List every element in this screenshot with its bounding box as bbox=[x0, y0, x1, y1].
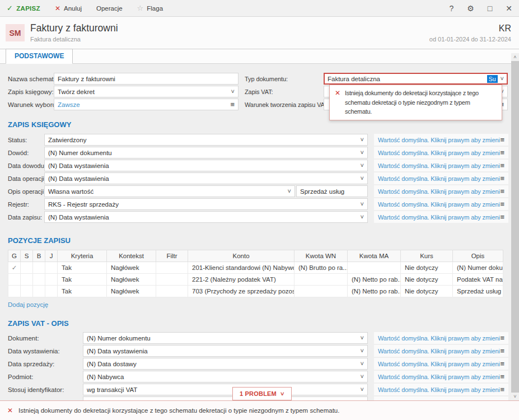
menu-icon[interactable]: ≡ bbox=[230, 101, 235, 108]
menu-icon[interactable]: ≡ bbox=[500, 188, 504, 195]
flag-button[interactable]: ☆ Flaga bbox=[137, 4, 163, 12]
status-select[interactable]: Zatwierdzony ˅ bbox=[44, 134, 368, 146]
save-button[interactable]: ✓ ZAPISZ bbox=[7, 4, 40, 12]
menu-icon[interactable]: ≡ bbox=[500, 213, 504, 221]
column-header[interactable]: Kwota WN bbox=[294, 250, 348, 262]
help-icon[interactable]: ? bbox=[449, 4, 453, 13]
close-icon[interactable]: ✕ bbox=[506, 4, 512, 13]
field-value: RKS - Rejestr sprzedaży bbox=[48, 201, 361, 208]
column-header[interactable]: G bbox=[8, 250, 21, 262]
document-date-select[interactable]: (N) Data wystawienia ˅ bbox=[44, 160, 368, 171]
default-value-hint[interactable]: Wartość domyślna. Kliknij prawym aby zmi… bbox=[374, 198, 508, 210]
default-value-hint[interactable]: Wartość domyślna. Kliknij prawym aby zmi… bbox=[374, 332, 508, 344]
default-value-hint[interactable]: Wartość domyślna. Kliknij prawym aby zmi… bbox=[374, 345, 508, 357]
column-header[interactable]: Opis bbox=[453, 250, 503, 262]
register-select[interactable]: RKS - Rejestr sprzedaży ˅ bbox=[44, 198, 368, 210]
column-header[interactable]: Konto bbox=[188, 250, 294, 262]
column-header[interactable]: Kontekst bbox=[107, 250, 156, 262]
menu-icon[interactable]: ≡ bbox=[500, 334, 504, 342]
problem-button[interactable]: 1 PROBLEM ˅ bbox=[232, 387, 292, 400]
vat-entity-select[interactable]: (N) Nabywca ˅ bbox=[83, 371, 368, 382]
section-title: POZYCJE ZAPISU bbox=[8, 236, 519, 245]
document-number-select[interactable]: (N) Numer dokumentu ˅ bbox=[44, 147, 368, 158]
menu-icon[interactable]: ≡ bbox=[500, 386, 504, 393]
ledger-mode-select[interactable]: Twórz dekret ˅ bbox=[54, 86, 239, 97]
entry-date-select[interactable]: (N) Data wystawienia ˅ bbox=[44, 211, 368, 223]
operations-menu-button[interactable]: Operacje bbox=[96, 5, 123, 12]
default-value-hint[interactable]: Wartość domyślna. Kliknij prawym aby zmi… bbox=[374, 384, 508, 395]
scrollbar-thumb[interactable] bbox=[511, 61, 519, 393]
default-value-hint[interactable]: Wartość domyślna. Kliknij prawym aby zmi… bbox=[374, 185, 508, 197]
vat-document-select[interactable]: (N) Numer dokumentu ˅ bbox=[83, 332, 368, 344]
cell bbox=[21, 262, 33, 274]
clipped-field[interactable] bbox=[83, 396, 368, 400]
field-label: Data dowodu: bbox=[8, 162, 44, 169]
vat-issue-date-select[interactable]: (N) Data wystawienia ˅ bbox=[83, 345, 368, 357]
default-value-hint[interactable]: Wartość domyślna. Kliknij prawym aby zmi… bbox=[374, 371, 508, 382]
chevron-down-icon: ˅ bbox=[361, 374, 364, 380]
menu-icon[interactable]: ≡ bbox=[500, 200, 504, 208]
default-value-hint[interactable]: Wartość domyślna. Kliknij prawym aby zmi… bbox=[374, 160, 508, 171]
cell bbox=[33, 262, 45, 274]
table-row[interactable]: Tak Nagłówek 703 (Przychody ze sprzedaży… bbox=[8, 286, 503, 297]
check-cell: ✓ bbox=[8, 262, 21, 274]
cell: (N) Brutto po ra... bbox=[294, 262, 348, 274]
default-value-hint[interactable]: Wartość domyślna. Kliknij prawym aby zmi… bbox=[374, 358, 508, 370]
chevron-down-icon: ˅ bbox=[288, 188, 291, 194]
field-label: Podmiot: bbox=[8, 374, 83, 380]
schema-name-input[interactable]: Faktury z fakturowni bbox=[54, 73, 239, 85]
menu-icon[interactable]: ≡ bbox=[500, 175, 504, 182]
default-value-hint[interactable]: Wartość domyślna. Kliknij prawym aby zmi… bbox=[374, 134, 508, 146]
hint-text: Wartość domyślna. Kliknij prawym aby zmi… bbox=[378, 188, 500, 195]
field-value: (N) Numer dokumentu bbox=[87, 335, 361, 342]
table-row[interactable]: ✓ Tak Nagłówek 201-Klienci standardowi (… bbox=[8, 262, 503, 274]
chevron-down-icon: ˅ bbox=[231, 88, 235, 95]
selection-condition-control[interactable]: Zawsze ≡ bbox=[54, 99, 239, 110]
hint-text: Wartość domyślna. Kliknij prawym aby zmi… bbox=[378, 175, 500, 182]
operation-description-select[interactable]: Własna wartość ˅ bbox=[44, 185, 295, 197]
vertical-scrollbar[interactable]: ˄ ˅ bbox=[511, 53, 519, 400]
menu-icon[interactable]: ≡ bbox=[500, 136, 504, 143]
document-type-select[interactable]: Faktura detaliczna Su ˅ bbox=[324, 73, 508, 85]
column-header[interactable]: B bbox=[33, 250, 45, 262]
scroll-down-icon[interactable]: ˅ bbox=[511, 393, 519, 400]
menu-icon[interactable]: ≡ bbox=[500, 373, 504, 380]
gear-icon[interactable]: ⚙ bbox=[467, 4, 474, 13]
condition-link[interactable]: Zawsze bbox=[58, 101, 230, 108]
menu-icon[interactable]: ≡ bbox=[500, 162, 504, 169]
check-icon: ✓ bbox=[7, 4, 13, 12]
tab-podstawowe[interactable]: PODSTAWOWE bbox=[6, 49, 73, 64]
cell bbox=[33, 274, 45, 286]
add-position-link[interactable]: Dodaj pozycję bbox=[8, 301, 48, 308]
table-row[interactable]: Tak Nagłówek 221-2 (Należny podatek VAT)… bbox=[8, 274, 503, 286]
cell bbox=[156, 274, 188, 286]
cell bbox=[8, 274, 21, 286]
field-label: Status: bbox=[8, 137, 44, 143]
column-header[interactable]: J bbox=[45, 250, 58, 262]
default-value-hint[interactable] bbox=[374, 396, 508, 400]
column-header[interactable]: Kurs bbox=[401, 250, 453, 262]
vat-identifier-select[interactable]: wg transakcji VAT ˅ bbox=[83, 384, 368, 395]
default-value-hint[interactable]: Wartość domyślna. Kliknij prawym aby zmi… bbox=[374, 172, 508, 184]
column-header[interactable]: Kwota MA bbox=[348, 250, 401, 262]
maximize-icon[interactable]: □ bbox=[488, 4, 492, 13]
operation-description-input[interactable]: Sprzedaż usług bbox=[296, 185, 368, 197]
menu-icon[interactable]: ≡ bbox=[500, 149, 504, 156]
column-header[interactable]: Kryteria bbox=[58, 250, 107, 262]
cell: 201-Klienci standardowi (N) Nabywca bbox=[188, 262, 294, 274]
cell: Nie dotyczy bbox=[401, 262, 453, 274]
cancel-button[interactable]: ✕ Anuluj bbox=[55, 4, 82, 12]
validation-tooltip-text: Istnieją dokumenty do dekretacji korzyst… bbox=[345, 88, 497, 116]
period-range: od 01-01-2024 do 31-12-2024 bbox=[429, 36, 511, 43]
vat-sale-date-select[interactable]: (N) Data dostawy ˅ bbox=[83, 358, 368, 370]
cell: (N) Numer doku... bbox=[453, 262, 503, 274]
save-label: ZAPISZ bbox=[16, 5, 40, 12]
operation-date-select[interactable]: (N) Data wystawienia ˅ bbox=[44, 172, 368, 184]
column-header[interactable]: Filtr bbox=[156, 250, 188, 262]
menu-icon[interactable]: ≡ bbox=[500, 347, 504, 354]
default-value-hint[interactable]: Wartość domyślna. Kliknij prawym aby zmi… bbox=[374, 147, 508, 158]
scroll-up-icon[interactable]: ˄ bbox=[511, 53, 519, 61]
menu-icon[interactable]: ≡ bbox=[500, 360, 504, 367]
default-value-hint[interactable]: Wartość domyślna. Kliknij prawym aby zmi… bbox=[374, 211, 508, 223]
column-header[interactable]: S bbox=[21, 250, 33, 262]
